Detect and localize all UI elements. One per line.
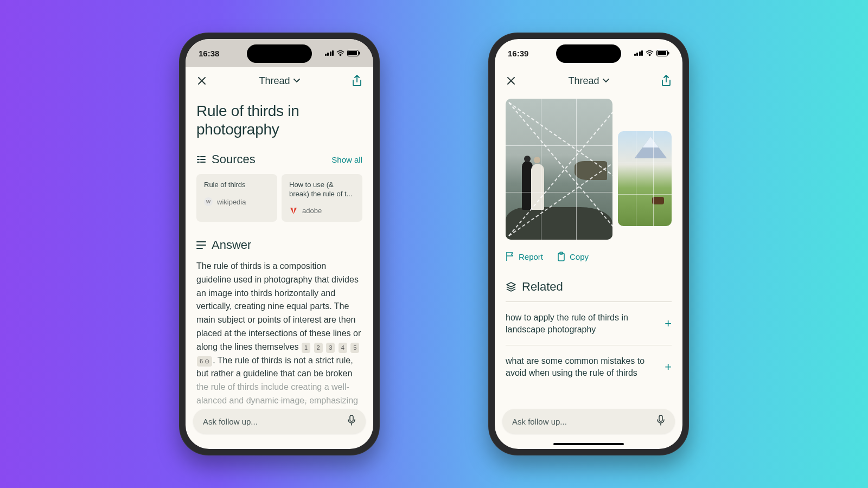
microphone-icon[interactable] <box>656 415 665 428</box>
sources-header: Sources <box>212 152 256 166</box>
notch <box>556 44 621 63</box>
wifi-icon <box>336 49 344 58</box>
share-icon[interactable] <box>350 74 363 87</box>
favicon-wikipedia: W <box>204 197 213 206</box>
answer-header-row: Answer <box>196 238 362 252</box>
related-header: Related <box>522 280 563 294</box>
citation[interactable]: 5 <box>350 343 359 353</box>
thirds-grid-overlay <box>618 131 672 226</box>
notch <box>247 44 312 63</box>
citation[interactable]: 3 <box>326 343 335 353</box>
citation[interactable]: 2 <box>314 343 323 353</box>
svg-rect-2 <box>359 52 360 54</box>
status-icons <box>325 49 361 58</box>
chevron-down-icon <box>293 79 300 83</box>
plus-icon: + <box>665 317 672 331</box>
nav-title[interactable]: Thread <box>568 75 609 87</box>
phone-mockup-right: 16:39 Thread <box>488 33 689 455</box>
related-text: how to apply the rule of thirds in lands… <box>506 312 657 335</box>
sources-header-row: Sources Show all <box>196 152 362 166</box>
close-icon[interactable] <box>195 74 208 87</box>
layers-icon <box>506 281 516 292</box>
source-cards: Rule of thirds W wikipedia How to use (&… <box>196 174 362 222</box>
nav-title-text: Thread <box>568 75 599 87</box>
battery-icon <box>656 49 669 58</box>
action-row: Report Copy <box>506 252 672 261</box>
thirds-grid-overlay <box>506 99 612 240</box>
followup-placeholder: Ask follow up... <box>512 417 567 426</box>
phone-screen: 16:39 Thread <box>495 39 682 449</box>
svg-rect-3 <box>350 415 353 421</box>
copy-label: Copy <box>570 252 589 261</box>
phone-mockup-left: 16:38 Thread R <box>179 33 380 455</box>
citation[interactable]: 1 <box>302 343 310 353</box>
svg-rect-5 <box>658 51 666 55</box>
phone-screen: 16:38 Thread R <box>186 39 373 449</box>
scroll-content[interactable]: Report Copy Related how to apply the rul… <box>495 94 682 449</box>
source-card[interactable]: How to use (& break) the rule of t... ad… <box>282 174 362 222</box>
flag-icon <box>506 252 514 261</box>
related-item[interactable]: what are some common mistakes to avoid w… <box>506 345 672 388</box>
show-all-link[interactable]: Show all <box>331 155 362 164</box>
sources-icon <box>196 155 206 164</box>
image-thumbnail[interactable] <box>618 131 672 226</box>
wifi-icon <box>646 49 654 58</box>
nav-title-text: Thread <box>259 75 290 87</box>
scroll-content[interactable]: Rule of thirds in photography Sources Sh… <box>186 94 373 449</box>
cellular-icon <box>325 50 334 56</box>
nav-title[interactable]: Thread <box>259 75 299 87</box>
image-results <box>506 99 672 240</box>
svg-rect-9 <box>659 415 662 421</box>
source-title: How to use (& break) the rule of t... <box>289 181 355 199</box>
related-text: what are some common mistakes to avoid w… <box>506 355 657 378</box>
nav-bar: Thread <box>186 67 373 94</box>
image-thumbnail[interactable] <box>506 99 612 240</box>
source-name: adobe <box>302 207 322 215</box>
battery-icon <box>347 49 360 58</box>
answer-header: Answer <box>212 238 251 252</box>
svg-rect-1 <box>348 51 357 55</box>
share-icon[interactable] <box>660 74 673 87</box>
status-icons <box>634 49 670 58</box>
source-name: wikipedia <box>217 198 246 206</box>
source-title: Rule of thirds <box>204 181 270 190</box>
copy-button[interactable]: Copy <box>557 252 589 261</box>
answer-icon <box>196 241 206 249</box>
favicon-adobe <box>289 207 298 215</box>
citation[interactable]: 6 ⊙ <box>197 356 212 367</box>
report-label: Report <box>519 252 543 261</box>
report-button[interactable]: Report <box>506 252 543 261</box>
related-header-row: Related <box>506 280 672 294</box>
status-time: 16:39 <box>508 49 528 58</box>
followup-input[interactable]: Ask follow up... <box>193 409 366 434</box>
clipboard-icon <box>557 252 565 261</box>
answer-body: The rule of thirds is a composition guid… <box>196 260 362 408</box>
cellular-icon <box>634 50 643 56</box>
close-icon[interactable] <box>505 74 518 87</box>
svg-rect-6 <box>668 52 669 54</box>
microphone-icon[interactable] <box>347 415 356 428</box>
citation[interactable]: 4 <box>339 343 347 353</box>
plus-icon: + <box>665 360 672 374</box>
home-indicator <box>553 443 624 445</box>
chevron-down-icon <box>603 79 609 83</box>
followup-input[interactable]: Ask follow up... <box>502 409 675 434</box>
nav-bar: Thread <box>495 67 682 94</box>
status-time: 16:38 <box>199 49 219 58</box>
followup-placeholder: Ask follow up... <box>203 417 258 426</box>
page-title: Rule of thirds in photography <box>196 102 362 138</box>
related-item[interactable]: how to apply the rule of thirds in lands… <box>506 301 672 345</box>
source-card[interactable]: Rule of thirds W wikipedia <box>196 174 277 222</box>
